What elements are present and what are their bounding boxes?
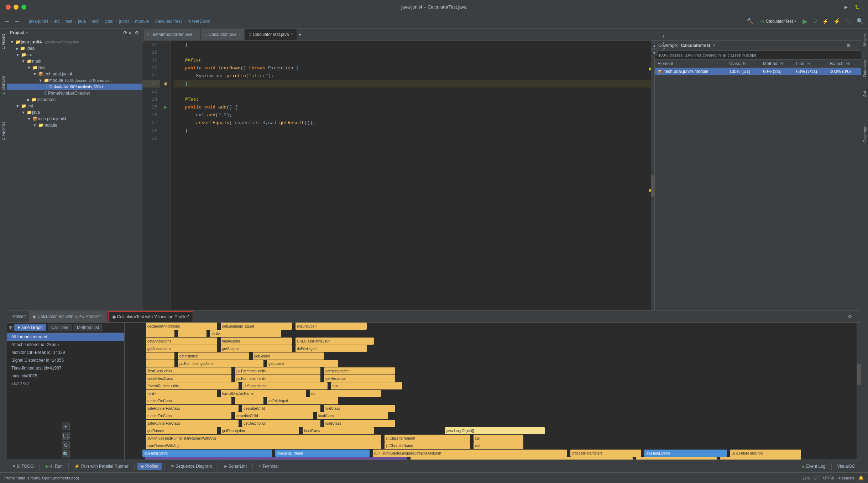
zoom-fit-btn[interactable]: ⊙ <box>62 441 70 449</box>
visual-gc-btn[interactable]: VisualGC <box>835 463 858 470</box>
tree-item-package[interactable]: ▼ 📦 tech.pdai.junit4 <box>7 71 142 77</box>
flame-cell[interactable]: findClass <box>324 405 395 412</box>
project-tab[interactable]: 1: Project <box>1 31 6 52</box>
notifications-btn[interactable]: 🔔 <box>858 476 864 481</box>
breadcrumb-item[interactable]: pdai <box>105 19 114 24</box>
flame-cell[interactable]: URLClassPath$3.run <box>296 338 374 345</box>
flame-cell[interactable]: ensureOpen <box>296 323 367 330</box>
tree-item-idea[interactable]: ▶ 📁 .idea <box>7 45 142 52</box>
breadcrumb-item[interactable]: CalculatorTest <box>155 19 182 24</box>
tree-item-root[interactable]: ▼ 📁 java-junit4 ~/pdai/www/java-junit4 <box>7 39 142 45</box>
tree-item-test[interactable]: ▼ 📁 test <box>7 103 142 109</box>
editor-scrollbar[interactable] <box>651 41 654 310</box>
link-btn[interactable]: ↗ <box>662 47 665 52</box>
breadcrumb-item[interactable]: tech <box>91 19 100 24</box>
flame-cell[interactable]: getAnnotations <box>146 345 217 352</box>
breadcrumb-item-active[interactable]: m tearDown <box>188 19 211 24</box>
tab-calculator[interactable]: C Calculator.java × <box>201 29 244 40</box>
sub-tab-flame-graph[interactable]: Flame Graph <box>14 324 46 331</box>
flame-graph-area[interactable]: declaredAnnotations getLanguageTagSet en… <box>125 323 857 460</box>
profiler-settings-btn[interactable]: ⚙ <box>848 314 852 319</box>
tree-item-test-package[interactable]: ▼ 📦 tech.pdai.junit4 <box>7 116 142 122</box>
flame-cell[interactable]: java.lang.Object[] <box>445 427 545 434</box>
fullscreen-button[interactable] <box>21 5 26 10</box>
flame-cell[interactable]: ... <box>235 397 263 404</box>
breadcrumb-item[interactable]: src <box>54 19 60 24</box>
next-coverage-btn[interactable]: ▼ <box>651 50 658 56</box>
flame-cell[interactable]: safeRunnerForClass <box>146 420 239 427</box>
flame-cell[interactable]: doPrivileged <box>267 397 338 404</box>
tree-item-src[interactable]: ▼ 📁 src <box>7 52 142 58</box>
coverage-right-tab[interactable]: Coverage <box>862 123 868 145</box>
hammer-btn[interactable]: 🔨 <box>745 16 755 26</box>
profiler-tab-allocation[interactable]: ◉ CalculatorTest with 'Allocation Profil… <box>108 311 193 322</box>
coverage-minimize-btn[interactable]: — <box>852 43 857 48</box>
flame-cell[interactable]: getInstance <box>178 352 249 360</box>
toolbar-debug-btn[interactable]: 🐛 <box>853 4 862 10</box>
sub-tab-method-list[interactable]: Method List <box>73 324 103 331</box>
coverage-row[interactable]: 📦 tech.pdai.junit4.module 100% (1/1) 60%… <box>655 68 861 75</box>
thread-all-merged[interactable]: All threads merged <box>7 333 124 341</box>
code-content[interactable]: } @After public void tearDown() throws E… <box>171 41 654 310</box>
flame-cell-string2[interactable]: java.lang.String <box>644 450 727 457</box>
profiler-btn[interactable]: ⚡ <box>821 17 830 26</box>
sequence-diagram-btn[interactable]: ≋ Sequence Diagram <box>168 463 215 470</box>
flame-cell[interactable]: call <box>474 435 523 442</box>
flame-cell[interactable]: call <box>474 442 523 449</box>
event-log-btn[interactable]: ● Event Log <box>799 462 828 470</box>
flame-cell[interactable]: ... <box>146 352 174 360</box>
flame-cell[interactable]: loadClass <box>324 420 395 427</box>
flame-cell[interactable]: declaredAnnotations <box>146 323 217 330</box>
flame-cell[interactable]: createTestClass <box>146 375 231 382</box>
flame-cell[interactable]: j.l.Class.forName <box>385 442 470 449</box>
thread-22787[interactable]: id=22787 <box>7 380 124 388</box>
sub-tab-call-tree[interactable]: Call Tree <box>48 324 72 331</box>
collapse-all-btn[interactable]: ⇤ <box>129 30 133 36</box>
terminal-btn[interactable]: > Terminal <box>256 463 281 470</box>
flame-cell[interactable]: j.u.Formatter.getZero <box>178 360 263 367</box>
profiler-scrollbar[interactable] <box>857 323 861 460</box>
back-btn[interactable]: ← <box>3 17 11 26</box>
ant-tab[interactable]: Ant <box>862 88 868 100</box>
flame-cell[interactable]: getAnnotations <box>146 338 217 345</box>
tree-item-java-test[interactable]: ▼ 📁 java <box>7 109 142 116</box>
zoom-in-btn[interactable]: + <box>62 423 70 430</box>
flame-cell[interactable]: getRunner <box>146 427 217 434</box>
flame-cell[interactable]: JUnit4IdeaTestRunner.startRunnerWithArgs <box>146 435 381 442</box>
profiler-minimize-btn[interactable]: — <box>854 314 859 319</box>
flame-cell[interactable]: j.u.Formatter.<init> <box>235 367 320 375</box>
flame-cell[interactable]: j.u.c.FutureTask.run <box>730 450 801 457</box>
flame-cell[interactable]: getDescription <box>221 427 299 434</box>
todo-btn[interactable]: ≡ 6: TODO <box>10 463 37 470</box>
flame-cell[interactable]: loadClass <box>317 412 388 419</box>
flame-cell[interactable]: safeRunnerForClass <box>146 405 239 412</box>
sonarlint-btn[interactable]: ◈ SonarLint <box>221 463 249 470</box>
coverage-close-icon[interactable]: × <box>713 43 716 48</box>
flame-cell[interactable]: startRunnerWithArgs <box>146 442 381 449</box>
run-btn[interactable]: ▶ <box>801 16 809 27</box>
flame-cell[interactable]: getDescription <box>242 420 320 427</box>
thread-attach-listener[interactable]: Attach Listener id=23555 <box>7 341 124 349</box>
tab-close-icon[interactable]: × <box>194 32 197 36</box>
breadcrumb-item[interactable]: java <box>78 19 86 24</box>
tree-item-java-main[interactable]: ▼ 📁 java <box>7 64 142 71</box>
cpu-tab-close-icon[interactable]: × <box>101 314 104 318</box>
zoom-reset-btn[interactable]: 1:1 <box>62 432 70 440</box>
flame-cell[interactable]: describeChild <box>235 412 313 419</box>
flame-cell[interactable]: TestClass.<init> <box>146 367 231 375</box>
settings-btn[interactable]: ⚙ <box>135 30 139 36</box>
flame-cell[interactable]: getLoader <box>267 360 338 367</box>
breadcrumb-item[interactable]: module <box>135 19 149 24</box>
import-btn[interactable]: ↓ <box>662 41 665 45</box>
flame-cell[interactable]: runnerForClass <box>146 412 231 419</box>
flame-cell[interactable]: <init> <box>210 330 281 337</box>
flame-cell[interactable]: runnerForClass <box>146 397 231 404</box>
flame-cell[interactable]: loadClass <box>303 427 374 434</box>
flame-cell[interactable]: formatDisplayName <box>221 390 306 397</box>
flame-cell[interactable]: getLanguageTagSet <box>221 323 292 330</box>
coverage-settings-btn[interactable]: ⚙ <box>846 43 851 48</box>
run-config-dropdown[interactable]: ⊙ CalculatorTest ▾ <box>757 17 799 25</box>
tab-close-icon[interactable]: × <box>239 32 241 36</box>
tab-calculatortest[interactable]: ⊙ CalculatorTest.java × <box>245 29 297 40</box>
breadcrumb-item[interactable]: junit4 <box>119 19 129 24</box>
